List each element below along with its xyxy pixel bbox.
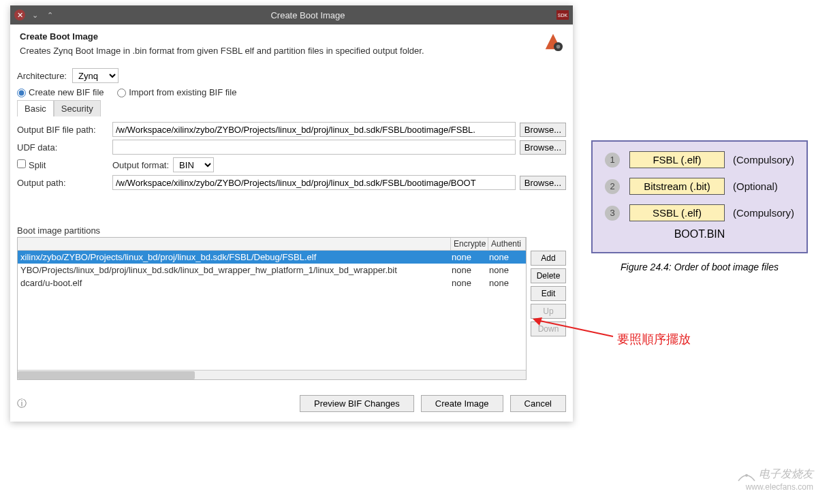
svg-point-1 (556, 45, 561, 49)
help-icon[interactable]: ⓘ (17, 398, 27, 410)
maximize-icon[interactable]: ⌃ (44, 10, 55, 20)
add-button[interactable]: Add (531, 251, 566, 266)
svg-point-4 (745, 474, 748, 477)
tab-basic[interactable]: Basic (17, 100, 54, 116)
import-bif-radio[interactable] (117, 89, 126, 97)
figure-caption: Figure 24.4: Order of boot image files (591, 262, 808, 272)
output-path-input[interactable] (112, 175, 516, 190)
split-checkbox-wrap[interactable]: Split (17, 159, 112, 170)
partitions-label: Boot image partitions (17, 225, 566, 236)
sdk-badge: SDK (556, 10, 569, 20)
boot-image-gear-icon (543, 31, 563, 52)
preview-bif-button[interactable]: Preview BIF Changes (300, 395, 414, 412)
create-bif-radio[interactable] (17, 89, 26, 97)
import-bif-radio-label[interactable]: Import from existing BIF file (117, 87, 236, 97)
tab-security[interactable]: Security (54, 100, 101, 116)
architecture-select[interactable]: Zynq (72, 68, 119, 83)
output-path-label: Output path: (17, 178, 112, 188)
udf-browse-button[interactable]: Browse... (520, 140, 566, 155)
partitions-table[interactable]: Encrypte Authenti xilinx/zybo/ZYBO/Proje… (17, 237, 527, 380)
col-encrypted: Encrypte (451, 238, 488, 250)
table-row[interactable]: dcard/u-boot.elf none none (18, 277, 526, 289)
output-format-label: Output format: (112, 160, 169, 170)
udf-input[interactable] (112, 140, 516, 155)
close-icon[interactable]: ✕ (14, 10, 25, 20)
window-title: Create Boot Image (59, 10, 556, 20)
dialog-title: Create Boot Image (20, 31, 563, 42)
create-image-button[interactable]: Create Image (421, 395, 503, 412)
down-button[interactable]: Down (531, 321, 566, 336)
annotation-text: 要照順序擺放 (617, 331, 691, 347)
delete-button[interactable]: Delete (531, 268, 566, 283)
col-file (18, 238, 451, 250)
architecture-label: Architecture: (17, 71, 67, 81)
titlebar: ✕ ⌄ ⌃ Create Boot Image SDK (10, 5, 573, 25)
edit-button[interactable]: Edit (531, 286, 566, 301)
minimize-icon[interactable]: ⌄ (29, 10, 40, 20)
bif-path-input[interactable] (112, 122, 516, 137)
output-path-browse-button[interactable]: Browse... (520, 176, 566, 190)
horizontal-scrollbar[interactable] (18, 370, 526, 379)
dialog-description: Creates Zynq Boot Image in .bin format f… (20, 46, 563, 56)
watermark: 电子发烧友 www.elecfans.com (737, 467, 813, 492)
create-bif-radio-label[interactable]: Create new BIF file (17, 87, 104, 97)
cancel-button[interactable]: Cancel (510, 395, 566, 412)
udf-label: UDF data: (17, 142, 112, 153)
dialog-header: Create Boot Image Creates Zynq Boot Imag… (10, 25, 573, 61)
bif-path-browse-button[interactable]: Browse... (520, 123, 566, 137)
col-authentication: Authenti (488, 238, 526, 250)
split-checkbox[interactable] (17, 159, 26, 168)
table-row[interactable]: xilinx/zybo/ZYBO/Projects/linux_bd/proj/… (18, 251, 526, 264)
output-format-select[interactable]: BIN (173, 157, 214, 172)
boot-order-diagram: 1 FSBL (.elf) (Compulsory) 2 Bitstream (… (591, 140, 808, 253)
up-button[interactable]: Up (531, 304, 566, 319)
create-boot-image-dialog: ✕ ⌄ ⌃ Create Boot Image SDK Create Boot … (10, 5, 573, 422)
table-row[interactable]: YBO/Projects/linux_bd/proj/linux_bd.sdk/… (18, 264, 526, 277)
dialog-body: Architecture: Zynq Create new BIF file I… (10, 61, 573, 387)
bif-path-label: Output BIF file path: (17, 125, 112, 135)
